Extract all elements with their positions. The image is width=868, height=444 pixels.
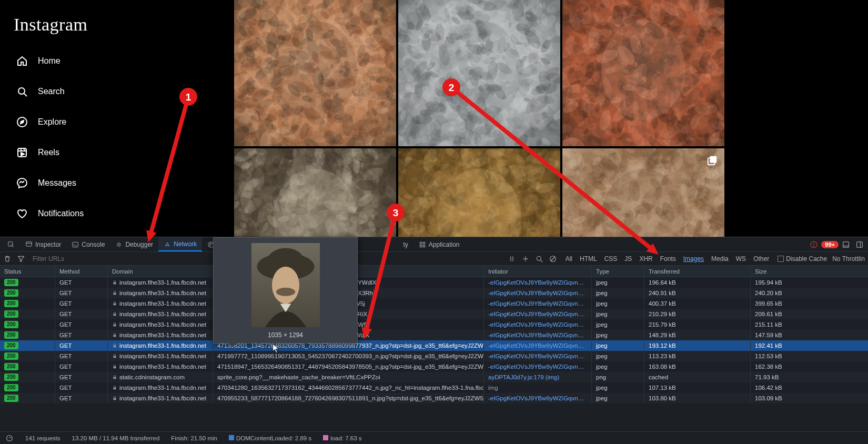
network-request-row[interactable]: 200GETinstagram.flhe33-1.fna.fbcdn.net47… bbox=[0, 382, 868, 393]
network-request-row[interactable]: 200GETinstagram.flhe33-1.fna.fbcdn.net-1… bbox=[0, 298, 868, 309]
tab-console[interactable]: Console bbox=[66, 237, 110, 251]
svg-line-55 bbox=[9, 437, 11, 438]
network-request-row[interactable]: 200GETinstagram.flhe33-1.fna.fbcdn.neto=… bbox=[0, 309, 868, 319]
network-request-row[interactable]: 200GETinstagram.flhe33-1.fna.fbcdn.net47… bbox=[0, 340, 868, 351]
svg-line-41 bbox=[551, 257, 555, 261]
filter-media[interactable]: Media bbox=[708, 254, 732, 264]
network-request-row[interactable]: 200GETinstagram.flhe33-1.fna.fbcdn.neto=… bbox=[0, 288, 868, 298]
svg-point-0 bbox=[18, 88, 25, 94]
tab-picker[interactable] bbox=[2, 237, 20, 251]
funnel-icon[interactable] bbox=[17, 255, 25, 263]
network-request-row[interactable]: 200GETinstagram.flhe33-1.fna.fbcdn.neto=… bbox=[0, 277, 868, 288]
network-request-row[interactable]: 200GETstatic.cdninstagram.comsprite_core… bbox=[0, 372, 868, 382]
home-icon bbox=[16, 55, 28, 67]
svg-rect-42 bbox=[114, 282, 116, 285]
svg-marker-3 bbox=[21, 120, 24, 124]
col-domain[interactable]: Domain bbox=[108, 266, 213, 277]
image-preview-tooltip: 1035 × 1294 bbox=[213, 237, 358, 344]
filter-all[interactable]: All bbox=[562, 254, 576, 264]
debugger-icon bbox=[115, 241, 123, 248]
col-type[interactable]: Type bbox=[592, 266, 644, 277]
filter-ws[interactable]: WS bbox=[733, 254, 749, 264]
nav-label: Messages bbox=[38, 178, 76, 188]
network-request-row[interactable]: 200GETinstagram.flhe33-1.fna.fbcdn.netds… bbox=[0, 330, 868, 340]
svg-rect-23 bbox=[420, 242, 422, 244]
devtools-panel: InspectorConsoleDebuggerNetworkStyle Edi… bbox=[0, 237, 868, 444]
messenger-icon bbox=[16, 177, 28, 189]
nav-label: Notifications bbox=[38, 209, 84, 218]
network-footer: 141 requests 13.20 MB / 11.94 MB transfe… bbox=[0, 431, 868, 444]
svg-rect-30 bbox=[843, 241, 849, 247]
tab-debugger[interactable]: Debugger bbox=[110, 237, 158, 251]
heart-icon bbox=[16, 207, 28, 220]
nav-notifications[interactable]: Notifications bbox=[12, 202, 122, 225]
error-count-badge[interactable]: 99+ bbox=[808, 240, 839, 249]
col-size[interactable]: Size bbox=[751, 266, 868, 277]
tab-accessibility[interactable]: ty bbox=[398, 237, 413, 251]
filter-css[interactable]: CSS bbox=[601, 254, 621, 264]
col-method[interactable]: Method bbox=[55, 266, 108, 277]
svg-point-38 bbox=[537, 256, 541, 260]
post-tile[interactable] bbox=[562, 0, 724, 146]
col-transferred[interactable]: Transferred bbox=[644, 266, 751, 277]
plus-icon[interactable] bbox=[521, 255, 530, 263]
network-request-list: 200GETinstagram.flhe33-1.fna.fbcdn.neto=… bbox=[0, 277, 868, 431]
pause-icon[interactable] bbox=[508, 255, 516, 263]
console-icon bbox=[72, 241, 79, 248]
devtools-dock-icon[interactable] bbox=[842, 240, 850, 249]
nav-explore[interactable]: Explore bbox=[12, 110, 122, 134]
post-tile[interactable] bbox=[398, 0, 560, 146]
picker-icon bbox=[7, 241, 15, 248]
filter-js[interactable]: JS bbox=[621, 254, 635, 264]
trash-icon[interactable] bbox=[3, 255, 12, 263]
svg-rect-44 bbox=[114, 304, 116, 306]
instagram-logo[interactable]: Instagram bbox=[14, 15, 122, 35]
svg-rect-52 bbox=[114, 388, 116, 390]
svg-rect-48 bbox=[114, 346, 116, 348]
nav-search[interactable]: Search bbox=[12, 80, 122, 103]
col-status[interactable]: Status bbox=[0, 266, 55, 277]
devtools-layout-icon[interactable] bbox=[855, 240, 864, 249]
tab-inspector[interactable]: Inspector bbox=[20, 237, 66, 251]
load-time: load: 7.63 s bbox=[323, 435, 361, 441]
carousel-badge-icon bbox=[706, 155, 718, 166]
inspector-icon bbox=[25, 241, 33, 248]
col-initiator[interactable]: Initiator bbox=[484, 266, 592, 277]
transferred-summary: 13.20 MB / 11.94 MB transferred bbox=[72, 435, 160, 441]
svg-rect-53 bbox=[114, 398, 116, 400]
filter-other[interactable]: Other bbox=[750, 254, 772, 264]
throttling-select[interactable]: No Throttlin bbox=[832, 255, 865, 263]
requests-count: 141 requests bbox=[25, 435, 60, 441]
network-request-row[interactable]: 200GETinstagram.flhe33-1.fna.fbcdn.net47… bbox=[0, 393, 868, 403]
filter-urls-input[interactable] bbox=[31, 254, 162, 264]
disable-cache-checkbox[interactable]: Disable Cache bbox=[778, 255, 827, 263]
filter-images[interactable]: Images bbox=[680, 254, 707, 264]
svg-line-39 bbox=[540, 260, 542, 261]
nav-messages[interactable]: Messages bbox=[12, 171, 122, 195]
search-icon[interactable] bbox=[535, 255, 543, 263]
svg-rect-47 bbox=[114, 335, 116, 337]
svg-rect-43 bbox=[114, 293, 116, 295]
dcl-time: DOMContentLoaded: 2.89 s bbox=[229, 435, 311, 441]
svg-rect-24 bbox=[423, 242, 425, 244]
perf-icon[interactable] bbox=[5, 434, 14, 442]
nav-home[interactable]: Home bbox=[12, 49, 122, 73]
tab-network[interactable]: Network bbox=[158, 237, 202, 251]
network-toolbar: AllHTMLCSSJSXHRFontsImagesMediaWSOther D… bbox=[0, 252, 868, 266]
svg-rect-16 bbox=[73, 242, 78, 247]
filter-html[interactable]: HTML bbox=[577, 254, 600, 264]
block-icon[interactable] bbox=[549, 255, 557, 263]
instagram-app: Instagram HomeSearchExploreReelsMessages… bbox=[0, 0, 868, 237]
grid-icon bbox=[419, 241, 426, 248]
nav-reels[interactable]: Reels bbox=[12, 141, 122, 164]
filter-xhr[interactable]: XHR bbox=[636, 254, 655, 264]
tab-application[interactable]: Application bbox=[413, 237, 465, 251]
filter-fonts[interactable]: Fonts bbox=[657, 254, 679, 264]
network-request-row[interactable]: 200GETinstagram.flhe33-1.fna.fbcdn.net47… bbox=[0, 351, 868, 361]
network-request-row[interactable]: 200GETinstagram.flhe33-1.fna.fbcdn.net47… bbox=[0, 361, 868, 372]
svg-point-18 bbox=[118, 243, 120, 246]
post-tile[interactable] bbox=[234, 0, 396, 146]
network-column-headers[interactable]: Status Method Domain File Initiator Type… bbox=[0, 266, 868, 277]
network-request-row[interactable]: 200GETinstagram.flhe33-1.fna.fbcdn.net=-… bbox=[0, 319, 868, 330]
svg-rect-49 bbox=[114, 356, 116, 358]
